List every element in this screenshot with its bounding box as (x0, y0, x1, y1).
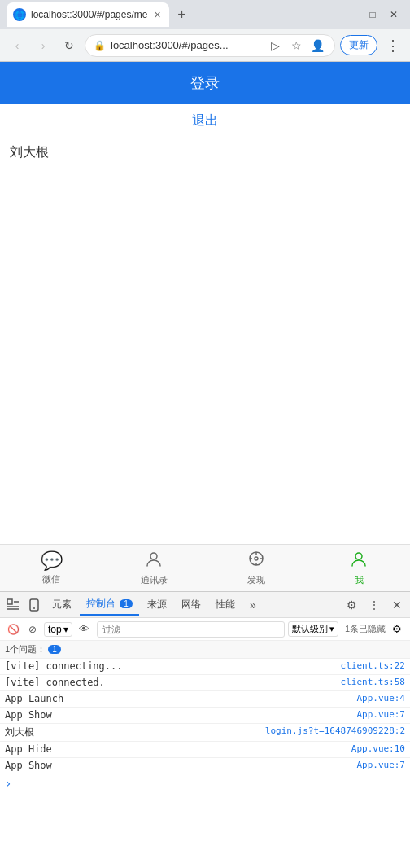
nav-label-wechat: 微信 (42, 573, 60, 585)
title-bar: 🌐 localhost:3000/#/pages/me × + ─ □ ✕ (0, 0, 410, 29)
issue-badge: 1 (48, 645, 61, 654)
nav-item-discover[interactable]: 发现 (205, 545, 308, 591)
nav-item-me[interactable]: 我 (308, 545, 410, 591)
cast-icon[interactable]: ▷ (266, 37, 284, 55)
devtools-more-button[interactable]: ⋮ (364, 595, 384, 615)
dt-tab-console[interactable]: 控制台 1 (80, 594, 139, 616)
browser-frame: 🌐 localhost:3000/#/pages/me × + ─ □ ✕ ‹ … (0, 0, 410, 868)
log-text-1: [vite] connected. (5, 677, 338, 688)
app-header-title: 登录 (190, 75, 220, 91)
level-label: 默认级别 (292, 623, 328, 635)
context-label: top (48, 624, 62, 635)
bottom-nav: 💬 微信 通讯录 (0, 544, 410, 591)
log-text-0: [vite] connecting... (5, 660, 338, 672)
forward-button[interactable]: › (33, 35, 54, 56)
log-entry-6: App Show App.vue:7 (0, 758, 410, 774)
svg-point-7 (355, 553, 362, 559)
log-source-1[interactable]: client.ts:58 (341, 677, 405, 687)
context-dropdown-icon: ▾ (63, 624, 68, 635)
svg-point-0 (150, 553, 157, 559)
more-tabs-button[interactable]: » (243, 595, 263, 615)
lock-icon: 🔒 (94, 40, 106, 51)
level-selector[interactable]: 默认级别 ▾ (288, 621, 338, 637)
address-text: localhost:3000/#/pages... (111, 39, 261, 51)
user-name: 刘大根 (0, 138, 410, 168)
device-toolbar-button[interactable] (24, 595, 44, 615)
devtools-tabs: 元素 控制台 1 来源 网络 性能 » ⚙ ⋮ ✕ (0, 592, 410, 618)
bookmark-icon[interactable]: ☆ (287, 37, 305, 55)
close-button[interactable]: ✕ (384, 5, 403, 24)
log-entry-3: App Show App.vue:7 (0, 708, 410, 724)
log-entry-2: App Launch App.vue:4 (0, 691, 410, 708)
log-text-6: App Show (5, 760, 353, 771)
log-source-6[interactable]: App.vue:7 (356, 760, 405, 770)
devtools-close-button[interactable]: ✕ (387, 595, 407, 615)
svg-point-2 (255, 557, 258, 560)
log-source-4[interactable]: login.js?t=1648746909228:2 (265, 726, 405, 736)
tab-title: localhost:3000/#/pages/me (31, 9, 147, 20)
prompt-arrow-icon: › (5, 777, 11, 790)
log-source-3[interactable]: App.vue:7 (356, 709, 405, 720)
log-entry-4: 刘大根 login.js?t=1648746909228:2 (0, 724, 410, 742)
nav-label-discover: 发现 (247, 574, 265, 586)
dt-tab-sources[interactable]: 来源 (141, 594, 173, 615)
log-text-2: App Launch (5, 693, 353, 704)
page-content: 登录 退出 刘大根 💬 微信 (0, 62, 410, 591)
tab-favicon: 🌐 (13, 8, 26, 21)
filter-input-wrap (97, 621, 285, 638)
dt-tab-performance[interactable]: 性能 (209, 594, 242, 615)
svg-rect-12 (30, 599, 38, 611)
more-button[interactable]: ⋮ (382, 35, 403, 56)
devtools-panel: 元素 控制台 1 来源 网络 性能 » ⚙ ⋮ ✕ (0, 591, 410, 868)
app-container: 登录 退出 刘大根 💬 微信 (0, 62, 410, 591)
devtools-settings-button[interactable]: ⚙ (342, 595, 361, 615)
hidden-count: 1条已隐藏 (345, 623, 386, 635)
address-bar: ‹ › ↻ 🔒 localhost:3000/#/pages... ▷ ☆ 👤 … (0, 29, 410, 62)
address-input[interactable]: 🔒 localhost:3000/#/pages... ▷ ☆ 👤 (85, 34, 335, 57)
refresh-button[interactable]: ↻ (59, 35, 80, 56)
window-controls: ─ □ ✕ (342, 5, 403, 24)
log-entry-0: [vite] connecting... client.ts:22 (0, 659, 410, 675)
inspect-element-button[interactable] (3, 595, 23, 615)
minimize-button[interactable]: ─ (342, 5, 361, 24)
discover-icon (247, 550, 265, 572)
me-icon (350, 550, 368, 572)
context-selector[interactable]: top ▾ (44, 622, 72, 637)
log-text-5: App Hide (5, 743, 348, 755)
clear-console-button[interactable]: 🚫 (5, 621, 21, 638)
log-source-2[interactable]: App.vue:4 (356, 693, 405, 704)
nav-item-contacts[interactable]: 通讯录 (102, 545, 205, 591)
app-main (0, 168, 410, 544)
nav-item-wechat[interactable]: 💬 微信 (0, 545, 102, 591)
prompt-line[interactable]: › (0, 774, 410, 792)
logout-button[interactable]: 退出 (0, 104, 410, 138)
console-badge: 1 (120, 599, 133, 608)
console-settings-button[interactable]: ⚙ (389, 621, 405, 638)
console-log: [vite] connecting... client.ts:22 [vite]… (0, 659, 410, 868)
update-button[interactable]: 更新 (340, 35, 377, 55)
eye-button[interactable]: 👁 (76, 620, 94, 638)
app-header: 登录 (0, 62, 410, 104)
svg-rect-8 (7, 599, 12, 604)
dt-tab-elements[interactable]: 元素 (46, 594, 78, 615)
log-text-4: 刘大根 (5, 726, 262, 739)
devtools-right-icons: ⚙ ⋮ ✕ (342, 595, 407, 615)
log-text-3: App Show (5, 709, 353, 721)
block-requests-button[interactable]: ⊘ (24, 621, 41, 638)
maximize-button[interactable]: □ (363, 5, 382, 24)
back-button[interactable]: ‹ (7, 35, 28, 56)
browser-tab[interactable]: 🌐 localhost:3000/#/pages/me × (7, 2, 169, 27)
log-entry-5: App Hide App.vue:10 (0, 742, 410, 758)
dt-tab-network[interactable]: 网络 (175, 594, 207, 615)
address-right-icons: ▷ ☆ 👤 (266, 37, 326, 55)
nav-label-contacts: 通讯录 (141, 574, 168, 586)
devtools-toolbar: 🚫 ⊘ top ▾ 👁 默认级别 ▾ 1条已隐藏 ⚙ (0, 618, 410, 641)
new-tab-button[interactable]: + (172, 5, 192, 24)
issues-count: 1个问题： 1 (5, 643, 61, 655)
log-entry-1: [vite] connected. client.ts:58 (0, 675, 410, 691)
log-source-0[interactable]: client.ts:22 (341, 660, 405, 671)
profile-icon[interactable]: 👤 (308, 37, 326, 55)
log-source-5[interactable]: App.vue:10 (351, 743, 405, 754)
filter-input[interactable] (102, 625, 279, 634)
tab-close-button[interactable]: × (152, 7, 162, 23)
